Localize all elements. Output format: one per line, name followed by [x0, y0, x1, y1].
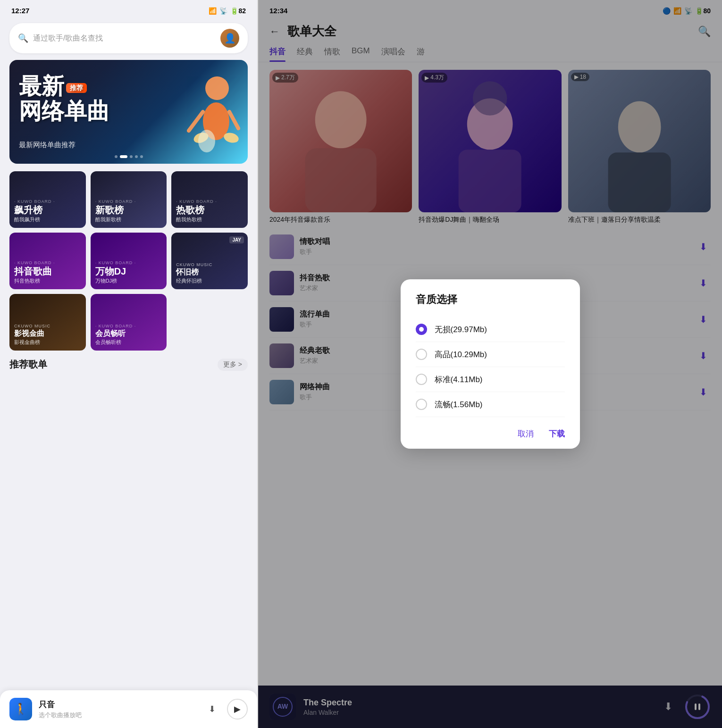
svg-point-6: [198, 130, 215, 152]
chart-item-piaosheng[interactable]: · KUWO BOARD · 飙升榜 酷我飙升榜: [9, 171, 86, 228]
now-playing-title: 只音: [39, 699, 198, 710]
modal-cancel-button[interactable]: 取消: [518, 428, 534, 439]
banner-subtitle: 最新网络单曲推荐: [19, 141, 76, 150]
chart-item-rege[interactable]: · KUWO BOARD · 热歌榜 酷我热歌榜: [171, 171, 248, 228]
search-placeholder: 通过歌手/歌曲名查找: [33, 33, 216, 43]
dot-2: [120, 155, 127, 158]
radio-high: [416, 349, 427, 360]
chart-item-douyin[interactable]: · KUWO BOARD · 抖音歌曲 抖音热歌榜: [9, 233, 86, 289]
quality-label-standard: 标准(4.11Mb): [435, 374, 483, 385]
quality-option-lossless[interactable]: 无损(29.97Mb): [416, 317, 565, 342]
left-play-button[interactable]: ▶: [227, 699, 248, 720]
quality-label-smooth: 流畅(1.56Mb): [435, 399, 483, 410]
now-playing-bar[interactable]: 🚶 只音 选个歌曲播放吧 ⬇ ▶: [0, 690, 257, 728]
charts-grid: · KUWO BOARD · 飙升榜 酷我飙升榜 · KUWO BOARD · …: [9, 171, 248, 351]
dot-1: [115, 155, 118, 158]
radio-inner-lossless: [419, 327, 424, 332]
radio-standard: [416, 374, 427, 385]
svg-line-2: [189, 112, 203, 131]
dot-5: [140, 155, 143, 158]
now-playing-actions: ⬇ ▶: [204, 699, 248, 720]
wifi-icon: 📡: [219, 7, 227, 15]
quality-option-high[interactable]: 高品(10.29Mb): [416, 342, 565, 367]
svg-line-3: [229, 112, 238, 128]
now-playing-icon: 🚶: [9, 698, 32, 720]
section-title: 推荐歌单: [9, 358, 47, 371]
more-button[interactable]: 更多 >: [218, 359, 248, 371]
signal-icon: 📶: [209, 7, 217, 15]
quality-option-standard[interactable]: 标准(4.11Mb): [416, 367, 565, 392]
left-time: 12:27: [11, 7, 29, 15]
radio-lossless: [416, 324, 427, 335]
banner-main-text: 最新推荐 网络单曲: [19, 74, 109, 124]
battery-icon: 🔋82: [230, 7, 246, 15]
now-playing-info: 只音 选个歌曲播放吧: [39, 699, 198, 720]
chart-item-xinge[interactable]: · KUWO BOARD · 新歌榜 酷我新歌榜: [91, 171, 167, 228]
chart-item-vip[interactable]: · KUWO BOARD · 会员畅听 会员畅听榜: [91, 294, 167, 351]
quality-modal: 音质选择 无损(29.97Mb) 高品(10.29Mb) 标准(4.11Mb) …: [401, 279, 580, 449]
modal-title: 音质选择: [416, 293, 565, 307]
chart-item-yingshi[interactable]: CKUWO MUSIC 影视金曲 影视金曲榜: [9, 294, 86, 351]
search-bar[interactable]: 🔍 通过歌手/歌曲名查找 👤: [9, 23, 248, 53]
dot-4: [135, 155, 138, 158]
left-status-icons: 📶 📡 🔋82: [209, 7, 246, 15]
modal-confirm-button[interactable]: 下载: [549, 428, 565, 439]
quality-label-lossless: 无损(29.97Mb): [435, 324, 487, 335]
search-icon: 🔍: [18, 33, 28, 43]
radio-smooth: [416, 399, 427, 410]
modal-overlay: 音质选择 无损(29.97Mb) 高品(10.29Mb) 标准(4.11Mb) …: [258, 0, 722, 728]
modal-actions: 取消 下载: [416, 425, 565, 439]
banner[interactable]: 最新推荐 网络单曲 最新网络单曲推荐: [9, 60, 248, 164]
user-avatar[interactable]: 👤: [220, 29, 239, 48]
quality-option-smooth[interactable]: 流畅(1.56Mb): [416, 392, 565, 417]
jay-badge: JAY: [229, 236, 244, 243]
now-playing-subtitle: 选个歌曲播放吧: [39, 711, 198, 720]
chart-item-dj[interactable]: · KUWO BOARD · 万物DJ 万物DJ榜: [91, 233, 167, 289]
banner-figure: [165, 65, 241, 159]
dot-3: [130, 155, 133, 158]
quality-label-high: 高品(10.29Mb): [435, 349, 487, 360]
banner-badge: 推荐: [66, 83, 87, 93]
svg-point-0: [205, 76, 229, 100]
recommended-section-header: 推荐歌单 更多 >: [9, 358, 248, 371]
right-panel: 12:34 🔵 📶 📡 🔋80 ← 歌单大全 🔍 抖音 经典 情歌 BGM 演唱…: [258, 0, 722, 728]
chart-item-huaijiu[interactable]: CKUWO MUSIC 怀旧榜 经典怀旧榜 JAY: [171, 233, 248, 289]
banner-dots: [115, 155, 143, 158]
left-panel: 12:27 📶 📡 🔋82 🔍 通过歌手/歌曲名查找 👤 最新推荐 网络单曲 最…: [0, 0, 257, 728]
left-download-button[interactable]: ⬇: [204, 702, 219, 717]
left-status-bar: 12:27 📶 📡 🔋82: [0, 0, 257, 18]
